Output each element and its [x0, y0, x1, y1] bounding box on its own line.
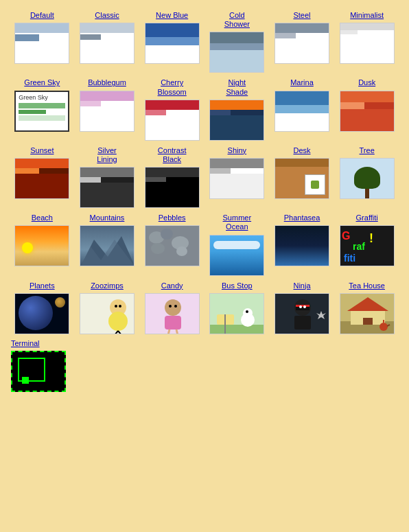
theme-candy-preview[interactable] [145, 293, 200, 334]
svg-line-14 [168, 329, 170, 334]
theme-ninja[interactable]: Ninja [271, 281, 334, 334]
theme-desk-label[interactable]: Desk [293, 146, 310, 155]
theme-ninja-preview[interactable] [274, 293, 329, 334]
theme-graffiti-preview[interactable]: G raf fiti ! [340, 225, 395, 266]
theme-summerocean[interactable]: Summer Ocean [206, 213, 268, 275]
theme-planets-label[interactable]: Planets [30, 281, 55, 290]
theme-greensky-preview[interactable]: Green Sky [14, 91, 69, 132]
theme-bubblegum-preview[interactable] [80, 91, 135, 132]
theme-summerocean-preview[interactable] [209, 235, 264, 276]
theme-desk-preview[interactable] [274, 158, 329, 199]
theme-nightshade[interactable]: Night Shade [206, 78, 268, 140]
theme-tree[interactable]: Tree [336, 146, 398, 208]
theme-shiny-label[interactable]: Shiny [228, 146, 247, 155]
theme-marina-preview[interactable] [274, 91, 329, 132]
theme-minimalist[interactable]: Minimalist [336, 11, 398, 73]
theme-contrastblack[interactable]: Contrast Black [141, 146, 203, 208]
theme-sunset[interactable]: Sunset [11, 146, 73, 208]
theme-cherry-label[interactable]: Cherry Blossom [158, 78, 187, 96]
theme-newblue[interactable]: New Blue [141, 11, 203, 73]
theme-phantasea-label[interactable]: Phantasea [284, 213, 320, 222]
theme-default[interactable]: Default [11, 11, 73, 73]
theme-newblue-preview[interactable] [145, 23, 200, 64]
theme-shiny[interactable]: Shiny [206, 146, 268, 208]
theme-greensky-label[interactable]: Green Sky [24, 78, 60, 87]
theme-graffiti[interactable]: Graffiti G raf fiti ! [336, 213, 398, 275]
theme-tree-preview[interactable] [340, 158, 395, 199]
theme-beach-label[interactable]: Beach [32, 213, 53, 222]
theme-newblue-label[interactable]: New Blue [156, 11, 188, 20]
theme-classic[interactable]: Classic [76, 11, 139, 73]
svg-rect-13 [165, 316, 181, 329]
theme-dusk-label[interactable]: Dusk [358, 78, 375, 87]
svg-text:!: ! [369, 231, 373, 245]
theme-pebbles[interactable]: Pebbles [141, 213, 203, 275]
theme-default-label[interactable]: Default [30, 11, 54, 20]
theme-teahouse[interactable]: Tea House [336, 281, 398, 334]
theme-candy-label[interactable]: Candy [161, 281, 183, 290]
svg-line-8 [115, 331, 118, 334]
theme-coldshower[interactable]: Cold Shower [206, 11, 268, 73]
theme-pebbles-label[interactable]: Pebbles [159, 213, 186, 222]
theme-planets-preview[interactable] [14, 293, 69, 334]
theme-sunset-label[interactable]: Sunset [30, 146, 54, 155]
theme-beach[interactable]: Beach [11, 213, 73, 275]
theme-zoozimps[interactable]: Zoozimps [76, 281, 139, 334]
theme-minimalist-label[interactable]: Minimalist [350, 11, 384, 20]
theme-phantasea[interactable]: Phantasea [271, 213, 334, 275]
theme-greensky[interactable]: Green Sky Green Sky [11, 78, 73, 140]
theme-sunset-preview[interactable] [14, 158, 69, 199]
theme-beach-preview[interactable] [14, 225, 69, 266]
theme-desk[interactable]: Desk [271, 146, 334, 208]
theme-marina[interactable]: Marina [271, 78, 334, 140]
theme-teahouse-label[interactable]: Tea House [349, 281, 385, 290]
theme-phantasea-preview[interactable] [274, 225, 329, 266]
theme-steel-preview[interactable] [274, 23, 329, 64]
theme-graffiti-label[interactable]: Graffiti [356, 213, 378, 222]
theme-zoozimps-preview[interactable] [80, 293, 135, 334]
theme-shiny-preview[interactable] [209, 158, 264, 199]
theme-minimalist-preview[interactable] [340, 23, 395, 64]
theme-cherry[interactable]: Cherry Blossom [141, 78, 203, 140]
theme-silverlining-preview[interactable] [80, 167, 135, 208]
theme-silverlining-label[interactable]: Silver Lining [97, 146, 117, 164]
theme-summerocean-label[interactable]: Summer Ocean [223, 213, 252, 231]
theme-terminal-preview[interactable] [11, 351, 66, 392]
theme-ninja-label[interactable]: Ninja [293, 281, 310, 290]
theme-cherry-preview[interactable] [145, 100, 200, 141]
theme-candy[interactable]: Candy [141, 281, 203, 334]
theme-busstop[interactable]: Bus Stop [206, 281, 268, 334]
theme-terminal-label[interactable]: Terminal [11, 339, 40, 348]
theme-coldshower-label[interactable]: Cold Shower [224, 11, 250, 29]
svg-point-10 [115, 305, 117, 308]
theme-tree-label[interactable]: Tree [360, 146, 375, 155]
theme-marina-label[interactable]: Marina [290, 78, 314, 87]
theme-busstop-preview[interactable] [209, 293, 264, 334]
theme-contrastblack-preview[interactable] [145, 167, 200, 208]
theme-coldshower-preview[interactable] [209, 32, 264, 73]
theme-bubblegum[interactable]: Bubblegum [76, 78, 139, 140]
theme-contrastblack-label[interactable]: Contrast Black [158, 146, 187, 164]
theme-steel-label[interactable]: Steel [293, 11, 310, 20]
theme-dusk[interactable]: Dusk [336, 78, 398, 140]
theme-nightshade-label[interactable]: Night Shade [226, 78, 248, 96]
theme-mountains[interactable]: Mountains [76, 213, 139, 275]
theme-nightshade-preview[interactable] [209, 100, 264, 141]
theme-mountains-preview[interactable] [80, 225, 135, 266]
theme-busstop-label[interactable]: Bus Stop [222, 281, 253, 290]
theme-terminal[interactable]: Terminal [11, 339, 66, 392]
svg-text:raf: raf [353, 241, 365, 252]
svg-rect-25 [294, 316, 311, 329]
theme-zoozimps-label[interactable]: Zoozimps [91, 281, 124, 290]
theme-steel[interactable]: Steel [271, 11, 334, 73]
theme-classic-label[interactable]: Classic [95, 11, 119, 20]
theme-classic-preview[interactable] [80, 23, 135, 64]
theme-pebbles-preview[interactable] [145, 225, 200, 266]
theme-bubblegum-label[interactable]: Bubblegum [88, 78, 126, 87]
theme-planets[interactable]: Planets [11, 281, 73, 334]
theme-dusk-preview[interactable] [340, 91, 395, 132]
theme-silverlining[interactable]: Silver Lining [76, 146, 139, 208]
theme-teahouse-preview[interactable] [340, 293, 395, 334]
theme-default-preview[interactable] [14, 23, 69, 64]
theme-mountains-label[interactable]: Mountains [90, 213, 125, 222]
